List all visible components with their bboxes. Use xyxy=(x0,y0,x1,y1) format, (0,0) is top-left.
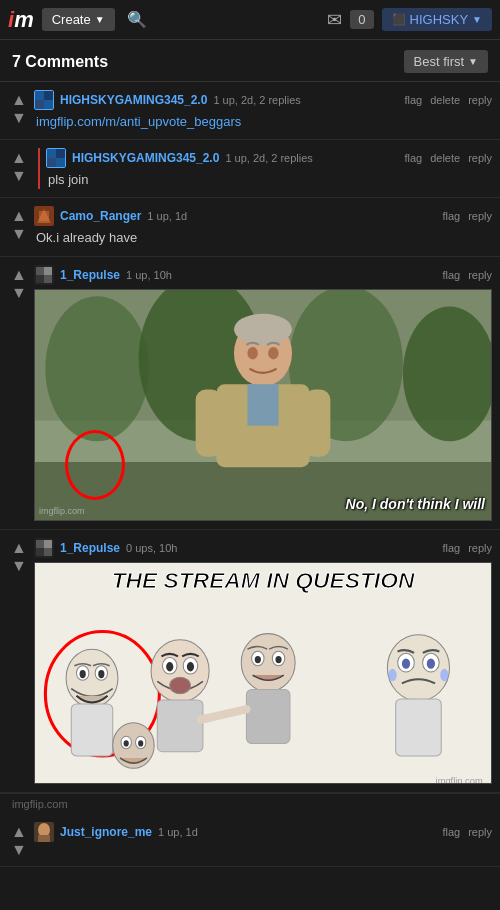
upvote-button[interactable]: ▲ xyxy=(11,92,27,108)
comment-meta: Just_ignore_me 1 up, 1d flag reply xyxy=(34,822,492,842)
svg-rect-51 xyxy=(157,700,203,752)
flag-link[interactable]: flag xyxy=(442,210,460,222)
downvote-button[interactable]: ▼ xyxy=(11,168,27,184)
comment-row: ▲ ▼ 1_Repulse 1 up, 10h flag reply xyxy=(0,257,500,530)
reply-link[interactable]: reply xyxy=(468,542,492,554)
downvote-button[interactable]: ▼ xyxy=(11,226,27,242)
user-avatar xyxy=(34,206,54,226)
svg-rect-26 xyxy=(247,384,278,425)
comments-title: 7 Comments xyxy=(12,53,108,71)
flag-link[interactable]: flag xyxy=(404,152,422,164)
username[interactable]: HIGHSKYGAMING345_2.0 xyxy=(60,93,207,107)
comment-content: Camo_Ranger 1 up, 1d flag reply Ok.i alr… xyxy=(34,206,492,247)
user-avatar xyxy=(46,148,66,168)
upvote-button[interactable]: ▲ xyxy=(11,208,27,224)
downvote-button[interactable]: ▼ xyxy=(11,558,27,574)
svg-point-42 xyxy=(80,669,86,677)
svg-rect-28 xyxy=(304,389,330,456)
svg-point-70 xyxy=(124,740,129,746)
create-button[interactable]: Create ▼ xyxy=(42,8,115,31)
search-icon[interactable]: 🔍 xyxy=(127,10,147,29)
meme-watermark: imgflip.com xyxy=(39,506,85,516)
vote-column: ▲ ▼ xyxy=(8,822,30,858)
flag-link[interactable]: flag xyxy=(442,542,460,554)
comment-content: 1_Repulse 0 ups, 10h flag reply THE STRE… xyxy=(34,538,492,784)
svg-point-71 xyxy=(138,740,143,746)
svg-text:THE STREAM IN QUESTION: THE STREAM IN QUESTION xyxy=(112,567,415,593)
mail-icon[interactable]: ✉ xyxy=(327,9,342,31)
svg-point-52 xyxy=(241,633,295,691)
comment-actions: flag reply xyxy=(442,826,492,838)
reply-link[interactable]: reply xyxy=(468,269,492,281)
svg-point-74 xyxy=(38,823,50,837)
username[interactable]: HIGHSKYGAMING345_2.0 xyxy=(72,151,219,165)
comment-meta: HIGHSKYGAMING345_2.0 1 up, 2d, 2 replies… xyxy=(46,148,492,168)
svg-point-59 xyxy=(387,634,449,700)
comment-content: 1_Repulse 1 up, 10h flag reply xyxy=(34,265,492,521)
flag-link[interactable]: flag xyxy=(442,826,460,838)
comment-link[interactable]: imgflip.com/m/anti_upvote_beggars xyxy=(36,114,241,129)
vote-column: ▲ ▼ xyxy=(8,538,30,574)
svg-rect-33 xyxy=(44,548,52,556)
flag-link[interactable]: flag xyxy=(442,269,460,281)
user-avatar xyxy=(34,822,54,842)
upvote-button[interactable]: ▲ xyxy=(11,540,27,556)
delete-link[interactable]: delete xyxy=(430,152,460,164)
upvote-button[interactable]: ▲ xyxy=(11,267,27,283)
comment-actions: flag reply xyxy=(442,542,492,554)
svg-rect-0 xyxy=(35,91,44,100)
svg-rect-14 xyxy=(44,267,52,275)
flag-link[interactable]: flag xyxy=(404,94,422,106)
delete-link[interactable]: delete xyxy=(430,94,460,106)
username[interactable]: Just_ignore_me xyxy=(60,825,152,839)
reply-link[interactable]: reply xyxy=(468,210,492,222)
svg-rect-12 xyxy=(36,267,44,275)
svg-rect-5 xyxy=(56,149,65,158)
vote-column: ▲ ▼ xyxy=(8,206,30,242)
sort-chevron-icon: ▼ xyxy=(468,56,478,67)
chevron-down-icon: ▼ xyxy=(95,14,105,25)
user-avatar xyxy=(34,90,54,110)
svg-rect-35 xyxy=(36,548,44,556)
upvote-button[interactable]: ▲ xyxy=(11,150,27,166)
svg-point-48 xyxy=(166,662,173,671)
comment-actions: flag delete reply xyxy=(404,152,492,164)
svg-rect-6 xyxy=(47,158,56,167)
comment-actions: flag reply xyxy=(442,210,492,222)
username[interactable]: 1_Repulse xyxy=(60,268,120,282)
comment-row: ▲ ▼ HIGHSKYGAMING345_2.0 1 up, 2d, 2 rep… xyxy=(0,82,500,140)
reply-link[interactable]: reply xyxy=(468,152,492,164)
notification-count[interactable]: 0 xyxy=(350,10,373,29)
svg-rect-2 xyxy=(35,100,44,109)
upvote-button[interactable]: ▲ xyxy=(11,824,27,840)
comment-stats: 1 up, 10h xyxy=(126,269,172,281)
comment-stats: 1 up, 1d xyxy=(147,210,187,222)
svg-point-30 xyxy=(268,347,278,359)
svg-point-24 xyxy=(234,313,292,344)
user-menu-button[interactable]: ⬛ HIGHSKY ▼ xyxy=(382,8,492,31)
wojak-svg: THE STREAM IN QUESTION xyxy=(35,563,491,783)
username[interactable]: 1_Repulse xyxy=(60,541,120,555)
username[interactable]: Camo_Ranger xyxy=(60,209,141,223)
site-logo[interactable]: im xyxy=(8,7,34,33)
svg-rect-66 xyxy=(396,698,442,755)
reply-link[interactable]: reply xyxy=(468,826,492,838)
vote-column: ▲ ▼ xyxy=(8,90,30,126)
comment-actions: flag reply xyxy=(442,269,492,281)
downvote-button[interactable]: ▼ xyxy=(11,842,27,858)
svg-rect-34 xyxy=(44,540,52,548)
sort-button[interactable]: Best first ▼ xyxy=(404,50,488,73)
comment-stats: 1 up, 2d, 2 replies xyxy=(225,152,312,164)
imgflip-watermark: imgflip.com xyxy=(12,798,68,810)
comment-text: Ok.i already have xyxy=(34,229,492,247)
comment-meta: 1_Repulse 0 ups, 10h flag reply xyxy=(34,538,492,558)
downvote-button[interactable]: ▼ xyxy=(11,110,27,126)
svg-point-18 xyxy=(45,296,149,441)
svg-point-63 xyxy=(427,658,435,668)
svg-point-56 xyxy=(275,655,281,662)
svg-point-50 xyxy=(170,677,191,694)
downvote-button[interactable]: ▼ xyxy=(11,285,27,301)
svg-point-65 xyxy=(440,668,448,680)
svg-rect-32 xyxy=(36,540,44,548)
reply-link[interactable]: reply xyxy=(468,94,492,106)
